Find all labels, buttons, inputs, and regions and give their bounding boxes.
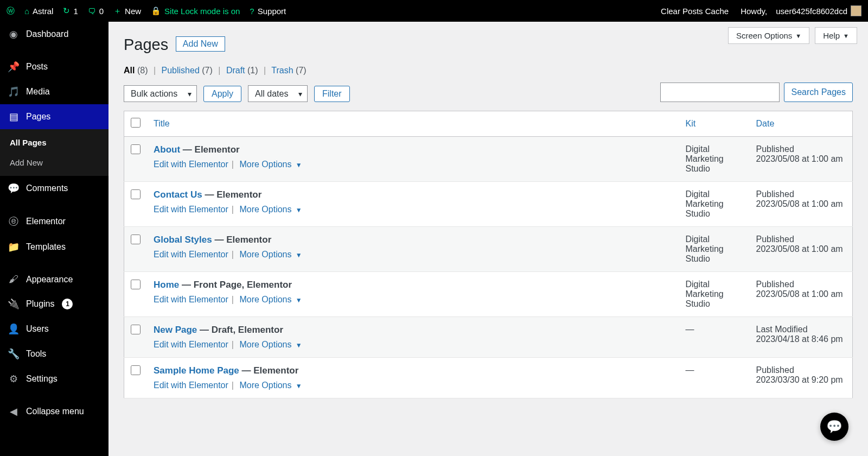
row-date: Published2023/05/08 at 1:00 am [750, 272, 853, 317]
row-checkbox[interactable] [131, 235, 141, 244]
row-checkbox[interactable] [131, 144, 141, 154]
row-kit: Digital Marketing Studio [679, 182, 750, 227]
admin-bar: ⓦ ⌂Astral ↻1 🗨0 ＋New 🔒Site Lock mode is … [0, 0, 868, 22]
site-name: Astral [33, 7, 53, 16]
sidebar-item-plugins[interactable]: 🔌Plugins1 [0, 292, 108, 316]
apply-button[interactable]: Apply [203, 86, 241, 102]
sidebar-item-collapse[interactable]: ◀Collapse menu [0, 399, 108, 424]
account-link[interactable]: Howdy, user6425fc8602dcd [741, 5, 861, 16]
sidebar-item-templates[interactable]: 📁Templates [0, 235, 108, 259]
view-published[interactable]: Published [162, 66, 200, 75]
view-all[interactable]: All [124, 66, 135, 75]
view-draft[interactable]: Draft [226, 66, 245, 75]
bulk-actions-select[interactable]: Bulk actions [124, 85, 197, 102]
post-state: — Elementor [212, 235, 272, 245]
row-actions: Edit with Elementor| More Options ▼ [154, 160, 673, 169]
row-kit: Digital Marketing Studio [679, 227, 750, 272]
row-title-link[interactable]: Home [154, 280, 179, 290]
column-title[interactable]: Title [154, 119, 170, 128]
submenu-all-pages[interactable]: All Pages [0, 132, 108, 153]
edit-with-elementor-link[interactable]: Edit with Elementor [154, 340, 228, 349]
column-kit[interactable]: Kit [686, 119, 696, 128]
search-input[interactable] [660, 83, 780, 102]
sidebar-item-label: Elementor [26, 217, 66, 226]
add-new-button[interactable]: Add New [176, 36, 225, 52]
clear-cache-label: Clear Posts Cache [661, 7, 729, 16]
sidebar-item-elementor[interactable]: ⓔElementor [0, 208, 108, 235]
support-link[interactable]: ?Support [250, 7, 286, 16]
row-checkbox[interactable] [131, 280, 141, 289]
user-icon: 👤 [8, 323, 20, 335]
help-icon: ? [250, 7, 254, 16]
sidebar-item-media[interactable]: 🎵Media [0, 79, 108, 104]
chat-fab[interactable]: 💬 [820, 413, 848, 441]
lock-label: Site Lock mode is on [164, 7, 240, 16]
row-title-link[interactable]: New Page [154, 325, 197, 335]
more-options-link[interactable]: More Options ▼ [239, 381, 302, 390]
wp-logo[interactable]: ⓦ [7, 6, 15, 16]
more-options-link[interactable]: More Options ▼ [239, 340, 302, 349]
sidebar-item-users[interactable]: 👤Users [0, 316, 108, 341]
edit-with-elementor-link[interactable]: Edit with Elementor [154, 381, 228, 390]
home-icon: ⌂ [24, 7, 29, 16]
more-options-link[interactable]: More Options ▼ [239, 205, 302, 214]
edit-with-elementor-link[interactable]: Edit with Elementor [154, 250, 228, 259]
sidebar-item-pages[interactable]: ▤Pages [0, 104, 108, 129]
row-title-link[interactable]: Global Styles [154, 235, 212, 245]
sidebar-item-posts[interactable]: 📌Posts [0, 54, 108, 79]
sidebar-item-appearance[interactable]: 🖌Appearance [0, 267, 108, 292]
view-trash[interactable]: Trash [271, 66, 293, 75]
sidebar-item-tools[interactable]: 🔧Tools [0, 341, 108, 366]
sidebar-item-label: Dashboard [26, 29, 68, 39]
view-trash-count: (7) [296, 66, 307, 75]
sidebar-item-dashboard[interactable]: ◉Dashboard [0, 22, 108, 47]
view-draft-count: (1) [247, 66, 258, 75]
comment-icon: 🗨 [88, 7, 96, 16]
updates-link[interactable]: ↻1 [63, 6, 78, 16]
row-checkbox[interactable] [131, 189, 141, 199]
edit-with-elementor-link[interactable]: Edit with Elementor [154, 160, 228, 169]
column-date[interactable]: Date [756, 119, 775, 128]
new-content-link[interactable]: ＋New [113, 6, 141, 16]
caret-down-icon: ▼ [294, 161, 302, 169]
howdy-prefix: Howdy, [741, 7, 767, 16]
edit-with-elementor-link[interactable]: Edit with Elementor [154, 205, 228, 214]
submenu-add-new[interactable]: Add New [0, 153, 108, 173]
edit-with-elementor-link[interactable]: Edit with Elementor [154, 295, 228, 304]
comments-link[interactable]: 🗨0 [88, 7, 104, 16]
dates-select[interactable]: All dates [248, 85, 308, 102]
table-row: About — Elementor Edit with Elementor| M… [124, 137, 853, 182]
username: user6425fc8602dcd [776, 7, 847, 16]
select-all-checkbox[interactable] [131, 118, 141, 128]
site-lock-link[interactable]: 🔒Site Lock mode is on [151, 6, 240, 16]
sidebar-item-label: Pages [26, 112, 50, 122]
sidebar-item-label: Settings [26, 374, 58, 384]
row-title-link[interactable]: About [154, 144, 180, 155]
search-pages-button[interactable]: Search Pages [784, 83, 853, 102]
row-actions: Edit with Elementor| More Options ▼ [154, 205, 673, 214]
more-options-link[interactable]: More Options ▼ [239, 295, 302, 304]
row-title-link[interactable]: Contact Us [154, 189, 202, 200]
sidebar-item-label: Posts [26, 62, 48, 72]
caret-down-icon: ▼ [294, 206, 302, 214]
more-options-link[interactable]: More Options ▼ [239, 160, 302, 169]
sidebar-item-settings[interactable]: ⚙Settings [0, 366, 108, 391]
row-title-link[interactable]: Sample Home Page [154, 365, 239, 376]
pages-submenu: All Pages Add New [0, 129, 108, 176]
sidebar-item-comments[interactable]: 💬Comments [0, 176, 108, 201]
refresh-icon: ↻ [63, 6, 70, 16]
more-options-link[interactable]: More Options ▼ [239, 250, 302, 259]
row-checkbox[interactable] [131, 365, 141, 375]
caret-down-icon: ▼ [294, 382, 302, 390]
sidebar-item-label: Appearance [26, 275, 73, 284]
plus-icon: ＋ [113, 6, 122, 16]
filter-button[interactable]: Filter [314, 86, 350, 102]
wordpress-icon: ⓦ [7, 6, 15, 16]
caret-down-icon: ▼ [294, 251, 302, 259]
page-icon: ▤ [8, 111, 20, 123]
clear-cache-link[interactable]: Clear Posts Cache [661, 7, 729, 16]
row-actions: Edit with Elementor| More Options ▼ [154, 381, 673, 390]
row-date: Published2023/05/08 at 1:00 am [750, 182, 853, 227]
row-checkbox[interactable] [131, 325, 141, 334]
site-name-link[interactable]: ⌂Astral [24, 7, 53, 16]
